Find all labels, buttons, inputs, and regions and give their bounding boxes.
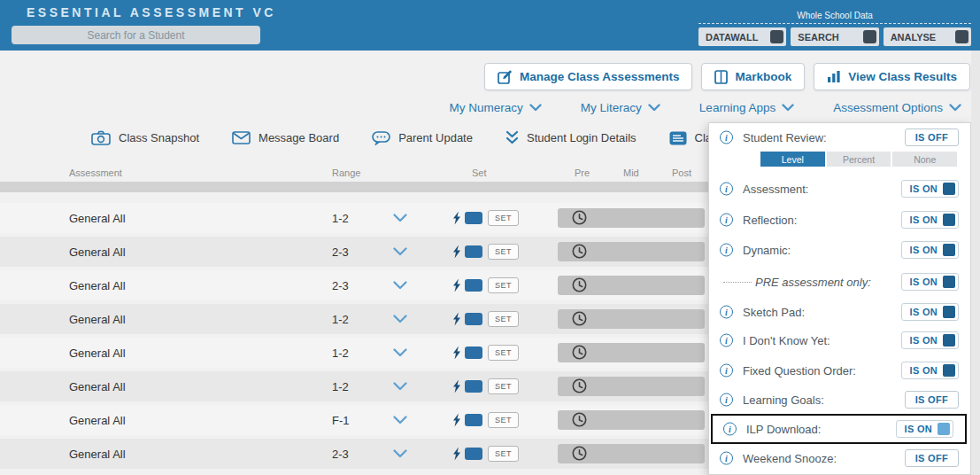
manage-class-assessments-button[interactable]: Manage Class Assessments	[484, 63, 692, 90]
set-button[interactable]: SET	[488, 412, 519, 428]
datawall-label: DATAWALL	[706, 32, 758, 43]
clock-icon	[572, 210, 587, 225]
set-button[interactable]: SET	[488, 210, 519, 226]
segment-none[interactable]: None	[892, 152, 957, 167]
message-board-link[interactable]: Message Board	[232, 130, 339, 145]
range-chevron-icon[interactable]	[393, 416, 407, 424]
set-button[interactable]: SET	[488, 378, 519, 394]
search-toggle[interactable]	[863, 30, 876, 43]
option-row-fixed-question-order: i Fixed Question Order: IS ON	[709, 355, 970, 385]
markbook-button[interactable]: Markbook	[701, 63, 805, 90]
segment-level[interactable]: Level	[760, 152, 825, 167]
clock-icon	[572, 446, 587, 461]
column-header-post: Post	[672, 167, 691, 178]
option-row-ilp-download: i ILP Download: IS ON	[711, 414, 967, 444]
set-toggle[interactable]	[465, 414, 482, 426]
range-chevron-icon[interactable]	[393, 247, 407, 256]
lightning-icon	[452, 212, 462, 225]
set-toggle[interactable]	[465, 212, 482, 224]
set-toggle[interactable]	[465, 313, 482, 325]
vertical-scrollbar-track[interactable]	[971, 51, 980, 475]
assessment-state-button[interactable]: IS ON	[901, 180, 959, 198]
info-icon[interactable]: i	[723, 423, 737, 436]
range-chevron-icon[interactable]	[393, 214, 407, 222]
view-class-results-button[interactable]: View Class Results	[814, 63, 970, 90]
option-label: Weekend Snooze:	[743, 452, 837, 465]
app-title: ESSENTIAL ASSESSMENT VC	[27, 5, 276, 19]
option-row-learning-goals: i Learning Goals: IS OFF	[709, 385, 970, 415]
info-icon[interactable]: i	[720, 306, 733, 319]
sketch-pad-state-button[interactable]: IS ON	[901, 303, 959, 321]
range-chevron-icon[interactable]	[393, 281, 407, 290]
range-chevron-icon[interactable]	[393, 382, 407, 391]
whole-school-data-group: Whole School Data DATAWALL SEARCH ANALYS…	[698, 11, 971, 49]
search-button[interactable]: SEARCH	[791, 27, 878, 46]
assessment-name: General All	[69, 347, 126, 360]
option-row-sketch-pad: i Sketch Pad: IS ON	[709, 297, 970, 327]
reflection-state-button[interactable]: IS ON	[901, 211, 959, 229]
menu-my-literacy[interactable]: My Literacy	[581, 101, 660, 114]
markbook-icon	[714, 70, 728, 84]
range-value: 1-2	[332, 347, 349, 360]
datawall-toggle[interactable]	[770, 30, 783, 43]
analyse-button[interactable]: ANALYSE	[884, 27, 971, 46]
set-button[interactable]: SET	[488, 277, 519, 293]
fixed-question-order-state-button[interactable]: IS ON	[901, 362, 959, 379]
student-login-details-link[interactable]: Student Login Details	[505, 130, 637, 145]
option-row-student-review: i Student Review: IS OFF	[709, 125, 970, 150]
menu-my-numeracy[interactable]: My Numeracy	[450, 101, 542, 114]
menu-bar: My Numeracy My Literacy Learning Apps As…	[450, 101, 961, 114]
learning-goals-state-button[interactable]: IS OFF	[905, 391, 959, 409]
option-label: Reflection:	[743, 214, 797, 227]
range-chevron-icon[interactable]	[393, 315, 407, 323]
progress-bar	[558, 242, 705, 261]
student-review-mode-segmented-control: Level Percent None	[760, 152, 957, 167]
option-row-weekend-snooze: i Weekend Snooze: IS OFF	[709, 443, 970, 473]
message-board-label: Message Board	[259, 131, 339, 144]
assessment-name: General All	[69, 414, 126, 427]
set-button[interactable]: SET	[488, 311, 519, 327]
set-toggle[interactable]	[465, 347, 482, 359]
column-header-range: Range	[332, 167, 360, 178]
datawall-button[interactable]: DATAWALL	[698, 27, 786, 46]
dynamic-state-button[interactable]: IS ON	[901, 241, 959, 259]
student-review-state-button[interactable]: IS OFF	[905, 128, 959, 146]
info-icon[interactable]: i	[720, 183, 733, 196]
class-snapshot-label: Class Snapshot	[119, 131, 199, 144]
range-chevron-icon[interactable]	[393, 449, 407, 458]
segment-percent[interactable]: Percent	[827, 152, 891, 167]
assessment-name: General All	[69, 279, 126, 292]
analyse-toggle[interactable]	[955, 30, 968, 43]
set-toggle[interactable]	[465, 245, 482, 258]
info-icon[interactable]: i	[720, 214, 733, 227]
pencil-square-icon	[498, 69, 513, 84]
set-toggle[interactable]	[465, 279, 482, 292]
student-search-input[interactable]	[12, 26, 260, 44]
pre-assessment-only-state-button[interactable]: IS ON	[901, 273, 959, 291]
set-toggle[interactable]	[465, 448, 482, 460]
info-icon[interactable]: i	[720, 393, 733, 407]
option-label: Fixed Question Order:	[743, 364, 856, 378]
set-toggle[interactable]	[465, 380, 482, 393]
assessment-name: General All	[69, 212, 126, 225]
class-snapshot-link[interactable]: Class Snapshot	[91, 130, 199, 145]
weekend-snooze-state-button[interactable]: IS OFF	[905, 449, 959, 467]
menu-assessment-options[interactable]: Assessment Options	[833, 101, 961, 114]
set-button[interactable]: SET	[488, 446, 519, 462]
toolbar: Manage Class Assessments Markbook View C…	[484, 63, 970, 90]
i-dont-know-yet-state-button[interactable]: IS ON	[901, 331, 959, 349]
parent-update-link[interactable]: Parent Update	[372, 130, 473, 145]
assessment-options-panel: i Student Review: IS OFF Level Percent N…	[708, 122, 971, 475]
info-icon[interactable]: i	[720, 131, 733, 144]
info-icon[interactable]: i	[720, 244, 733, 257]
set-button[interactable]: SET	[488, 345, 519, 361]
range-chevron-icon[interactable]	[393, 348, 407, 357]
info-icon[interactable]: i	[720, 364, 733, 378]
option-row-dynamic: i Dynamic: IS ON	[709, 235, 970, 265]
column-header-pre: Pre	[575, 167, 590, 178]
info-icon[interactable]: i	[720, 334, 733, 347]
set-button[interactable]: SET	[488, 244, 519, 260]
ilp-download-state-button[interactable]: IS ON	[896, 420, 953, 438]
menu-learning-apps[interactable]: Learning Apps	[699, 101, 794, 114]
info-icon[interactable]: i	[720, 452, 733, 465]
